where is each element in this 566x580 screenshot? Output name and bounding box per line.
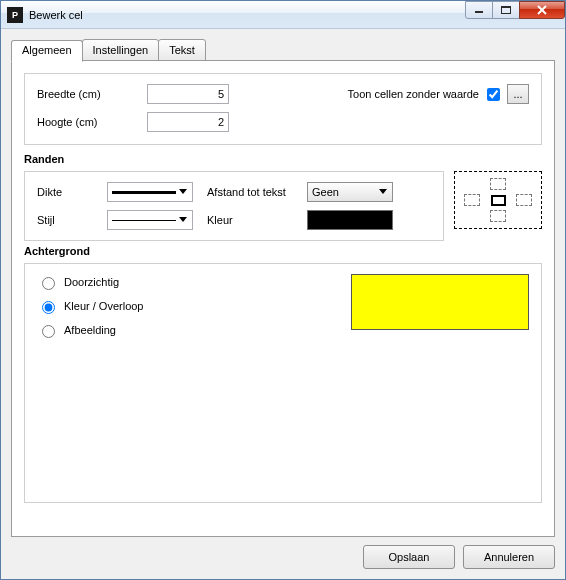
breedte-label: Breedte (cm) bbox=[37, 88, 147, 100]
afstand-value: Geen bbox=[312, 186, 339, 198]
svg-marker-7 bbox=[179, 217, 187, 222]
kleur-label: Kleur bbox=[207, 214, 297, 226]
border-bottom[interactable] bbox=[490, 210, 506, 222]
save-button[interactable]: Opslaan bbox=[363, 545, 455, 569]
stijl-combo[interactable] bbox=[107, 210, 193, 230]
cancel-button[interactable]: Annuleren bbox=[463, 545, 555, 569]
tab-strip: Algemeen Instellingen Tekst bbox=[11, 39, 555, 61]
hoogte-label: Hoogte (cm) bbox=[37, 116, 147, 128]
dimensions-group: Breedte (cm) Toon cellen zonder waarde .… bbox=[24, 73, 542, 145]
window: P Bewerk cel Algemeen Instellingen Tekst bbox=[0, 0, 566, 580]
border-right[interactable] bbox=[516, 194, 532, 206]
tab-tekst[interactable]: Tekst bbox=[158, 39, 206, 61]
radio-kleur-label: Kleur / Overloop bbox=[64, 300, 143, 312]
achtergrond-group: Doorzichtig Kleur / Overloop Afbeelding bbox=[24, 263, 542, 503]
chevron-down-icon bbox=[176, 213, 190, 227]
hoogte-input[interactable] bbox=[147, 112, 229, 132]
chevron-down-icon bbox=[376, 185, 390, 199]
tab-algemeen[interactable]: Algemeen bbox=[11, 40, 83, 62]
thick-line-icon bbox=[112, 191, 176, 194]
radio-doorzichtig[interactable] bbox=[42, 277, 55, 290]
breedte-input[interactable] bbox=[147, 84, 229, 104]
toon-checkbox[interactable] bbox=[487, 88, 500, 101]
toon-label: Toon cellen zonder waarde bbox=[348, 88, 479, 100]
afstand-combo[interactable]: Geen bbox=[307, 182, 393, 202]
border-all[interactable] bbox=[491, 195, 506, 206]
toon-options-button[interactable]: ... bbox=[507, 84, 529, 104]
tab-body: Breedte (cm) Toon cellen zonder waarde .… bbox=[11, 60, 555, 537]
chevron-down-icon bbox=[176, 185, 190, 199]
minimize-button[interactable] bbox=[465, 1, 493, 19]
achtergrond-title: Achtergrond bbox=[24, 245, 542, 257]
window-title: Bewerk cel bbox=[29, 9, 466, 21]
afstand-label: Afstand tot tekst bbox=[207, 186, 297, 198]
radio-kleur[interactable] bbox=[42, 301, 55, 314]
kleur-swatch[interactable] bbox=[307, 210, 393, 230]
titlebar: P Bewerk cel bbox=[1, 1, 565, 29]
border-top[interactable] bbox=[490, 178, 506, 190]
tab-instellingen[interactable]: Instellingen bbox=[82, 39, 160, 61]
client-area: Algemeen Instellingen Tekst Breedte (cm)… bbox=[1, 29, 565, 579]
dikte-combo[interactable] bbox=[107, 182, 193, 202]
randen-group: Dikte Afstand tot tekst Geen Stijl bbox=[24, 171, 542, 241]
app-icon: P bbox=[7, 7, 23, 23]
radio-afbeelding-label: Afbeelding bbox=[64, 324, 116, 336]
dikte-label: Dikte bbox=[37, 186, 97, 198]
border-left[interactable] bbox=[464, 194, 480, 206]
footer: Opslaan Annuleren bbox=[11, 537, 555, 569]
randen-title: Randen bbox=[24, 153, 542, 165]
border-picker bbox=[454, 171, 542, 229]
radio-afbeelding[interactable] bbox=[42, 325, 55, 338]
svg-marker-5 bbox=[179, 189, 187, 194]
window-buttons bbox=[466, 1, 565, 28]
radio-doorzichtig-label: Doorzichtig bbox=[64, 276, 119, 288]
thin-line-icon bbox=[112, 220, 176, 221]
close-button[interactable] bbox=[519, 1, 565, 19]
stijl-label: Stijl bbox=[37, 214, 97, 226]
maximize-button[interactable] bbox=[492, 1, 520, 19]
background-preview[interactable] bbox=[351, 274, 529, 330]
svg-marker-6 bbox=[379, 189, 387, 194]
